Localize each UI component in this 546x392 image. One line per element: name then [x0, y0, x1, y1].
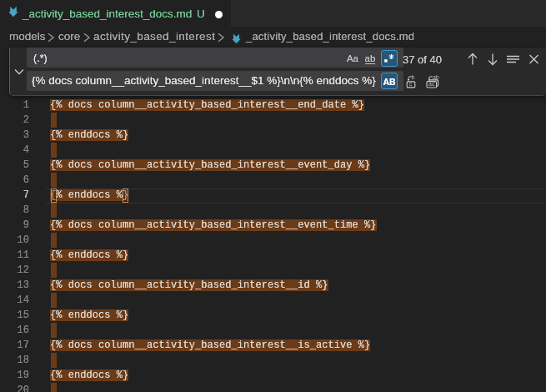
svg-text:b: b — [411, 74, 414, 80]
svg-text:c: c — [408, 81, 412, 87]
svg-text:ab: ab — [432, 74, 438, 80]
svg-text:ac: ac — [428, 81, 435, 87]
